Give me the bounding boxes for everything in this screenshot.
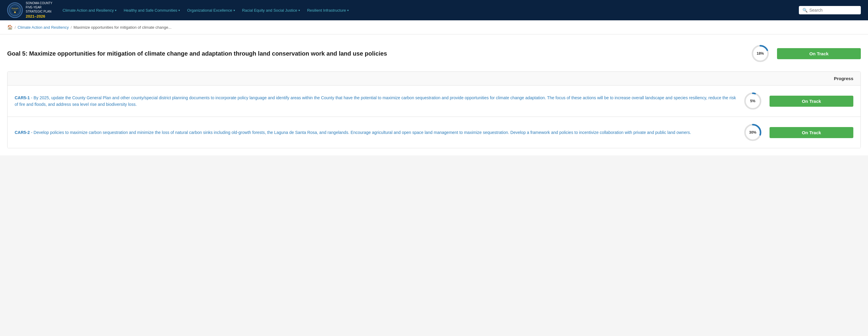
chevron-down-icon: ▾	[299, 9, 300, 12]
navigation: SONOMA COUNTY SONOMA COUNTY FIVE-YEAR ST…	[0, 0, 868, 20]
goal-progress-circle: 18%	[751, 44, 770, 63]
table-row: CAR5-2 - Develop policies to maximize ca…	[7, 117, 861, 148]
search-input[interactable]	[809, 8, 857, 12]
actions-table: Progress CAR5-1 - By 2025, update the Co…	[7, 71, 861, 148]
nav-item-resilient[interactable]: Resilient Infrastructure ▾	[304, 6, 352, 15]
svg-text:COUNTY: COUNTY	[12, 9, 18, 11]
breadcrumb-current: Maximize opportunities for mitigation of…	[74, 25, 172, 30]
row-progress-label-0: 5%	[750, 99, 755, 103]
row-status-badge-1: On Track	[770, 127, 853, 138]
main-content: Goal 5: Maximize opportunities for mitig…	[0, 34, 868, 156]
logo: SONOMA COUNTY SONOMA COUNTY FIVE-YEAR ST…	[7, 1, 52, 19]
table-header: Progress	[7, 72, 861, 86]
home-icon[interactable]: 🏠	[7, 25, 13, 30]
nav-item-org[interactable]: Organizational Excellence ▾	[184, 6, 238, 15]
chevron-down-icon: ▾	[234, 9, 235, 12]
goal-progress-area: 18% On Track	[751, 44, 861, 63]
row-progress-circle-0: 5%	[743, 92, 762, 111]
goal-progress-label: 18%	[757, 52, 764, 56]
goal-title: Goal 5: Maximize opportunities for mitig…	[7, 49, 743, 58]
logo-text: SONOMA COUNTY FIVE-YEAR STRATEGIC PLAN 2…	[26, 1, 52, 19]
chevron-down-icon: ▾	[178, 9, 180, 12]
row-progress-circle-1: 30%	[743, 123, 762, 142]
row-status-badge-0: On Track	[770, 96, 853, 107]
nav-item-racial[interactable]: Racial Equity and Social Justice ▾	[239, 6, 303, 15]
table-row: CAR5-1 - By 2025, update the County Gene…	[7, 86, 861, 117]
search-box[interactable]: 🔍	[799, 6, 861, 14]
goal-header: Goal 5: Maximize opportunities for mitig…	[7, 44, 861, 71]
row-id: CAR5-1	[15, 95, 30, 100]
row-text-car5-2: CAR5-2 - Develop policies to maximize ca…	[15, 129, 736, 136]
breadcrumb-section[interactable]: Climate Action and Resiliency	[18, 25, 69, 30]
nav-item-healthy[interactable]: Healthy and Safe Communities ▾	[121, 6, 183, 15]
nav-item-climate[interactable]: Climate Action and Resiliency ▾	[60, 6, 119, 15]
search-icon: 🔍	[802, 8, 808, 12]
chevron-down-icon: ▾	[115, 9, 117, 12]
row-right: 5% On Track	[743, 92, 853, 111]
svg-point-4	[14, 11, 16, 13]
row-id: CAR5-2	[15, 130, 30, 135]
nav-links: Climate Action and Resiliency ▾ Healthy …	[60, 6, 799, 15]
row-progress-label-1: 30%	[749, 130, 756, 135]
goal-status-badge: On Track	[777, 48, 861, 59]
logo-seal: SONOMA COUNTY	[7, 2, 23, 18]
chevron-down-icon: ▾	[347, 9, 349, 12]
breadcrumb: 🏠 / Climate Action and Resiliency / Maxi…	[0, 20, 868, 34]
row-text-car5-1: CAR5-1 - By 2025, update the County Gene…	[15, 95, 736, 108]
row-right: 30% On Track	[743, 123, 853, 142]
